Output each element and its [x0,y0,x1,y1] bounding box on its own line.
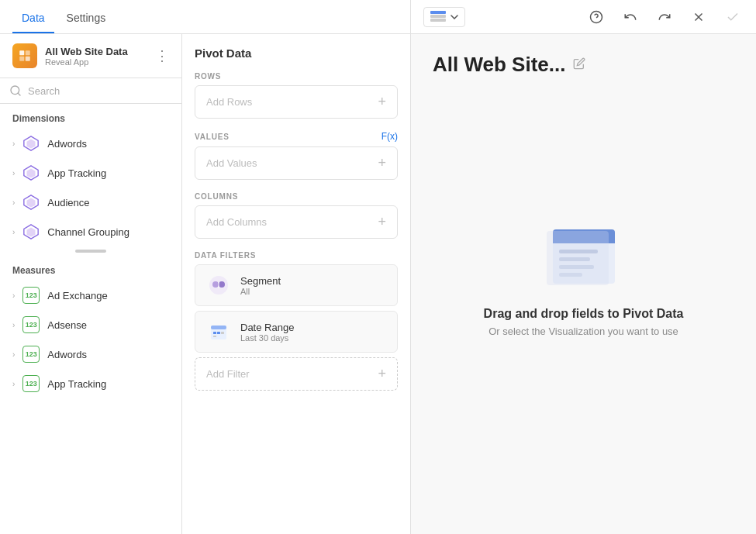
adwords-icon [22,135,40,152]
sidebar-item-app-tracking[interactable]: › App Tracking [0,158,181,188]
pivot-filters-label: DATA FILTERS [195,251,398,260]
sidebar-item-app-tracking-measure[interactable]: › 123 App Tracking [0,369,181,398]
segment-filter-info: Segment All [240,275,281,296]
svg-rect-24 [430,15,446,18]
left-panel: Data Settings All Web Site Data Reveal A… [0,0,411,534]
pivot-columns-label: COLUMNS [195,192,398,201]
pivot-values-dropzone[interactable]: Add Values + [195,146,398,180]
search-icon [9,84,22,97]
svg-marker-13 [27,228,36,237]
right-panel: All Web Site... [411,0,756,534]
svg-rect-19 [213,332,216,334]
pivot-columns-section: COLUMNS Add Columns + [195,192,398,239]
svg-rect-21 [221,332,224,334]
chevron-right-icon: › [12,321,15,329]
pivot-title: Pivot Data [195,47,398,60]
svg-rect-25 [430,19,446,22]
pivot-rows-placeholder: Add Rows [206,96,252,108]
chevron-right-icon: › [12,228,15,236]
pivot-rows-dropzone[interactable]: Add Rows + [195,85,398,119]
chevron-right-icon: › [12,198,15,207]
date-range-filter[interactable]: Date Range Last 30 days [195,311,398,353]
dimensions-label: Dimensions [0,104,181,129]
pivot-values-label: VALUES [195,133,230,141]
sidebar: All Web Site Data Reveal App ⋮ Dimension… [0,34,182,534]
chevron-right-icon: › [12,140,15,148]
chart-title: All Web Site... [433,53,585,77]
fx-button[interactable]: F(x) [381,131,398,142]
svg-rect-0 [19,50,24,55]
pivot-columns-placeholder: Add Columns [206,216,267,228]
segment-filter[interactable]: Segment All [195,264,398,306]
svg-rect-20 [217,332,220,334]
pivot-illustration [537,222,630,291]
svg-rect-37 [547,231,609,285]
audience-label: Audience [47,197,89,208]
chevron-right-icon: › [12,380,15,388]
toolbar-left [423,7,465,27]
viz-selector[interactable] [423,7,465,27]
datasource-more-button[interactable]: ⋮ [155,49,169,63]
sidebar-scroll: Dimensions › Adwords › App Tracking [0,104,181,534]
adsense-measure-icon: 123 [22,316,40,333]
sidebar-item-audience[interactable]: › Audience [0,188,181,217]
datasource-sub: Reveal App [45,57,155,67]
edit-title-icon[interactable] [573,57,585,73]
measures-label: Measures [0,256,181,281]
search-input[interactable] [28,85,172,97]
pivot-panel: Pivot Data ROWS Add Rows + VALUES F(x) A… [182,34,410,534]
chevron-right-icon: › [12,291,15,300]
date-range-sub: Last 30 days [240,333,294,343]
svg-rect-23 [430,11,446,14]
tab-bar: Data Settings [0,0,410,34]
svg-marker-7 [27,140,36,149]
app-tracking-label: App Tracking [47,167,106,179]
channel-grouping-icon [22,223,40,240]
sidebar-item-ad-exchange[interactable]: › 123 Ad Exchange [0,281,181,310]
tab-settings[interactable]: Settings [57,4,116,33]
chart-title-text: All Web Site... [433,53,565,77]
datasource-icon [12,43,37,68]
date-range-icon [206,319,231,344]
scroll-indicator-bar [75,250,106,253]
values-header: VALUES F(x) [195,131,398,142]
empty-state-sub: Or select the Visualization you want to … [488,326,678,337]
adwords-measure-label: Adwords [47,349,87,360]
segment-name: Segment [240,275,281,287]
datasource-info: All Web Site Data Reveal App [45,46,155,67]
sidebar-item-channel-grouping[interactable]: › Channel Grouping [0,217,181,246]
search-box [0,78,181,104]
sidebar-item-adwords[interactable]: › Adwords [0,129,181,158]
svg-marker-11 [27,198,36,208]
ad-exchange-label: Ad Exchange [47,290,107,301]
pivot-values-placeholder: Add Values [206,157,257,169]
confirm-button[interactable] [722,6,744,28]
sidebar-item-adsense[interactable]: › 123 Adsense [0,310,181,339]
toolbar-right [585,6,744,28]
scroll-indicator [0,246,181,256]
empty-state: Drag and drop fields to Pivot Data Or se… [433,89,734,515]
tab-data[interactable]: Data [12,4,54,33]
plus-icon: + [378,366,386,382]
audience-icon [22,194,40,211]
pivot-columns-dropzone[interactable]: Add Columns + [195,205,398,239]
undo-button[interactable] [620,6,641,28]
chevron-right-icon: › [12,169,15,177]
redo-button[interactable] [654,6,675,28]
svg-rect-18 [211,326,226,329]
pivot-rows-label: ROWS [195,72,398,81]
svg-point-15 [212,281,219,288]
segment-sub: All [240,287,281,296]
pivot-filters-section: DATA FILTERS Segment All [195,251,398,391]
pivot-rows-section: ROWS Add Rows + [195,72,398,119]
add-filter-button[interactable]: Add Filter + [195,357,398,391]
empty-state-title: Drag and drop fields to Pivot Data [484,307,684,321]
date-range-filter-info: Date Range Last 30 days [240,322,294,343]
help-button[interactable] [585,6,607,28]
datasource-name: All Web Site Data [45,46,155,57]
left-content: All Web Site Data Reveal App ⋮ Dimension… [0,34,410,534]
adsense-label: Adsense [47,319,87,331]
close-button[interactable] [688,6,709,28]
sidebar-item-adwords-measure[interactable]: › 123 Adwords [0,339,181,369]
datasource-header: All Web Site Data Reveal App ⋮ [0,34,181,78]
